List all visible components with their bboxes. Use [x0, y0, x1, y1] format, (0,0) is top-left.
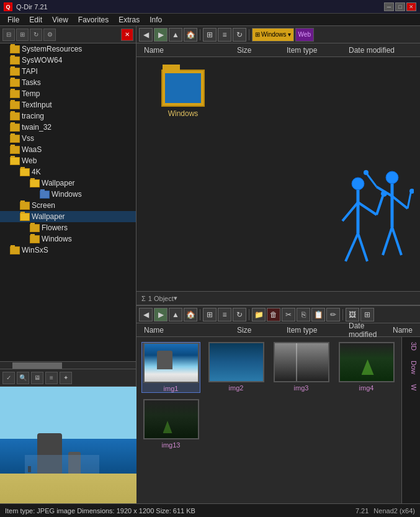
sidebar-tool-expand[interactable]: ⊞ — [16, 29, 29, 41]
menu-view[interactable]: View — [47, 14, 73, 26]
sidebar-tool-refresh[interactable]: ↻ — [30, 29, 42, 41]
sidebar-hscroll[interactable] — [0, 361, 136, 369]
view-list-btn-2[interactable]: ≡ — [218, 308, 231, 321]
thumbnails-grid[interactable]: img1 img2 — [136, 337, 401, 503]
tree-item-syswow64[interactable]: SysWOW64 — [0, 55, 136, 66]
view-toggle-btn[interactable]: ✓ — [2, 372, 15, 384]
path-windows-btn[interactable]: ⊞ Windows ▾ — [252, 28, 294, 42]
refresh-btn-2[interactable]: ↻ — [233, 308, 246, 321]
panel-top-content[interactable]: Windows — [136, 57, 420, 291]
tree-item-winsxs[interactable]: WinSxS — [0, 245, 136, 256]
panel-top: ◀ ▶ ▲ 🏠 ⊞ ≡ ↻ ⊞ Windows ▾ Web — [136, 26, 420, 306]
hscroll-thumb[interactable] — [12, 362, 62, 369]
tree-item-windows-4k[interactable]: Windows — [0, 189, 136, 200]
tree-item-twain32[interactable]: twain_32 — [0, 122, 136, 133]
windows-folder-item[interactable]: Windows — [161, 70, 205, 118]
zoom-btn[interactable]: 🔍 — [17, 372, 29, 384]
delete-btn[interactable]: 🗑 — [267, 308, 280, 321]
folder-icon — [10, 90, 20, 98]
file-tree[interactable]: SystemResources SysWOW64 TAPI Tasks Temp — [0, 43, 136, 361]
tree-item-screen[interactable]: Screen — [0, 200, 136, 211]
folder-icon — [20, 202, 30, 210]
thumbnail-img3[interactable]: img3 — [272, 342, 331, 393]
list-btn[interactable]: ≡ — [45, 372, 58, 384]
tree-item-vss[interactable]: Vss — [0, 133, 136, 144]
sidebar-tool-collapse[interactable]: ⊟ — [2, 29, 15, 41]
tree-item-temp[interactable]: Temp — [0, 88, 136, 99]
tree-item-wallpaper-4k[interactable]: Wallpaper — [0, 178, 136, 189]
col-header-type[interactable]: Item type — [284, 46, 346, 55]
folder-icon — [10, 246, 20, 254]
home-btn[interactable]: 🏠 — [184, 28, 197, 42]
up-btn[interactable]: ▲ — [169, 28, 182, 42]
home-btn-2[interactable]: 🏠 — [184, 308, 197, 321]
menu-edit[interactable]: Edit — [24, 14, 47, 26]
tree-label: Tasks — [22, 78, 41, 87]
folder-icon-open — [20, 168, 30, 176]
forward-btn-2[interactable]: ▶ — [154, 308, 168, 321]
view-icons-btn-2[interactable]: ⊞ — [203, 308, 217, 321]
back-btn[interactable]: ◀ — [139, 28, 153, 42]
new-folder-btn[interactable]: 📁 — [252, 308, 266, 321]
thumbnail-img1[interactable]: img1 — [141, 342, 200, 393]
tree-item-waas[interactable]: WaaS — [0, 144, 136, 155]
tree-item-4k[interactable]: 4K — [0, 166, 136, 178]
tree-item-flowers[interactable]: Flowers — [0, 222, 136, 233]
refresh-btn[interactable]: ↻ — [233, 28, 246, 42]
view-list-btn[interactable]: ≡ — [218, 28, 231, 42]
tree-item-tasks[interactable]: Tasks — [0, 77, 136, 88]
sidebar-preview-image — [0, 387, 136, 517]
close-btn[interactable]: ✕ — [406, 2, 416, 11]
copy-btn[interactable]: ⎘ — [297, 308, 310, 321]
tree-item-web[interactable]: Web — [0, 155, 136, 166]
monitor-btn[interactable]: 🖥 — [31, 372, 43, 384]
far-right-label-w[interactable]: W — [402, 379, 420, 395]
col-header-type-b[interactable]: Item type — [284, 326, 346, 335]
col-header-size[interactable]: Size — [235, 46, 284, 55]
menu-file[interactable]: File — [2, 14, 24, 26]
col-header-date[interactable]: Date modified — [346, 46, 415, 55]
menu-extras[interactable]: Extras — [114, 14, 145, 26]
menu-info[interactable]: Info — [145, 14, 167, 26]
col-header-size-b[interactable]: Size — [235, 326, 284, 335]
back-btn-2[interactable]: ◀ — [139, 308, 153, 321]
col-header-name[interactable]: Name — [141, 46, 235, 55]
path-web-btn[interactable]: Web — [295, 28, 314, 42]
col-header-date-b[interactable]: Date modified — [346, 321, 390, 339]
up-btn-2[interactable]: ▲ — [169, 308, 182, 321]
cut-btn[interactable]: ✂ — [282, 308, 295, 321]
thumb-img4 — [339, 342, 395, 382]
status-dropdown[interactable]: ▾ — [174, 294, 177, 302]
view-icons-btn[interactable]: ⊞ — [203, 28, 217, 42]
tree-item-systemresources[interactable]: SystemResources — [0, 43, 136, 55]
forward-btn[interactable]: ▶ — [154, 28, 168, 42]
sidebar-close-btn[interactable]: ✕ — [121, 29, 133, 41]
thumbnail-img13[interactable]: img13 — [141, 399, 200, 449]
svg-line-13 — [392, 227, 401, 255]
thumbnail-img4[interactable]: img4 — [337, 342, 396, 393]
far-right-panel: 3D Dow W — [401, 337, 420, 503]
folder-icon — [10, 56, 20, 65]
dropdown-icon: ▾ — [288, 31, 291, 38]
folder-icon — [10, 146, 20, 154]
tree-item-textinput[interactable]: TextInput — [0, 99, 136, 110]
minimize-btn[interactable]: ─ — [384, 2, 394, 11]
large-icons-btn[interactable]: ⊞ — [360, 308, 374, 321]
menu-favorites[interactable]: Favorites — [73, 14, 114, 26]
far-right-label-dow[interactable]: Dow — [402, 356, 420, 379]
tree-item-tracing[interactable]: tracing — [0, 110, 136, 122]
wand-btn[interactable]: ✦ — [60, 372, 72, 384]
far-right-label-3d[interactable]: 3D — [402, 337, 420, 356]
sidebar-tool-settings[interactable]: ⚙ — [43, 29, 56, 41]
tree-item-tapi[interactable]: TAPI — [0, 66, 136, 77]
col-header-name-b[interactable]: Name — [141, 326, 235, 335]
tree-item-wallpaper[interactable]: Wallpaper — [0, 211, 136, 222]
maximize-btn[interactable]: □ — [395, 2, 405, 11]
tree-label: Windows — [51, 190, 82, 199]
sidebar-bottom: ✓ 🔍 🖥 ≡ ✦ — [0, 369, 136, 517]
thumbs-btn[interactable]: 🖼 — [346, 308, 359, 321]
tree-item-windows[interactable]: Windows — [0, 233, 136, 245]
paste-btn[interactable]: 📋 — [311, 308, 325, 321]
thumbnail-img2[interactable]: img2 — [207, 342, 266, 393]
rename-btn[interactable]: ✏ — [326, 308, 340, 321]
